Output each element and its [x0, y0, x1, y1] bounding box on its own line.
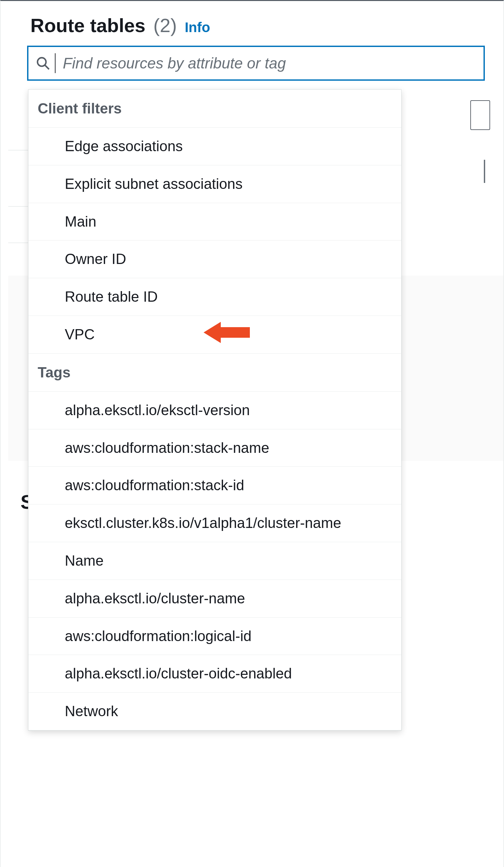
header-row: Route tables (2) Info [21, 14, 483, 36]
group-header-client-filters: Client filters [29, 90, 401, 128]
filter-option-tag-network[interactable]: Network [29, 693, 401, 730]
search-icon [36, 56, 50, 71]
filter-option-tag-cfn-stack-name[interactable]: aws:cloudformation:stack-name [29, 429, 401, 467]
filter-option-tag-cluster-name-k8s[interactable]: eksctl.cluster.k8s.io/v1alpha1/cluster-n… [29, 504, 401, 542]
page-title: Route tables [30, 14, 145, 36]
filter-option-edge-associations[interactable]: Edge associations [29, 128, 401, 165]
item-count: (2) [153, 14, 177, 36]
filter-option-main[interactable]: Main [29, 203, 401, 241]
filter-option-tag-cluster-oidc-enabled[interactable]: alpha.eksctl.io/cluster-oidc-enabled [29, 655, 401, 693]
filter-option-owner-id[interactable]: Owner ID [29, 240, 401, 278]
filter-option-explicit-subnet-associations[interactable]: Explicit subnet associations [29, 165, 401, 203]
search-input[interactable] [63, 54, 476, 72]
filter-option-route-table-id[interactable]: Route table ID [29, 278, 401, 316]
search-container [27, 46, 485, 81]
filter-option-tag-cluster-name[interactable]: alpha.eksctl.io/cluster-name [29, 580, 401, 618]
filter-dropdown: Client filters Edge associations Explici… [28, 89, 402, 731]
text-cursor [55, 53, 56, 73]
annotation-arrow-icon [204, 319, 250, 350]
column-divider-fragment [484, 160, 485, 183]
search-box[interactable] [27, 46, 485, 81]
filter-option-tag-name[interactable]: Name [29, 542, 401, 580]
svg-marker-2 [204, 322, 250, 343]
filter-option-vpc[interactable]: VPC [29, 316, 401, 354]
svg-line-1 [45, 65, 49, 69]
toolbar-button-fragment[interactable] [470, 100, 490, 130]
svg-point-0 [38, 58, 46, 66]
info-link[interactable]: Info [185, 20, 210, 35]
filter-option-tag-cfn-stack-id[interactable]: aws:cloudformation:stack-id [29, 467, 401, 504]
group-header-tags: Tags [29, 354, 401, 392]
filter-option-tag-cfn-logical-id[interactable]: aws:cloudformation:logical-id [29, 618, 401, 655]
filter-option-tag-eksctl-version[interactable]: alpha.eksctl.io/eksctl-version [29, 392, 401, 429]
